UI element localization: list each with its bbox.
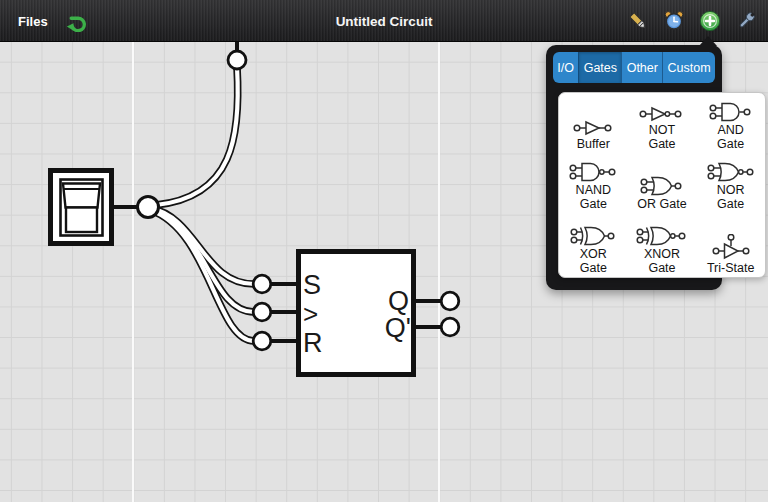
wire-node[interactable] (228, 51, 246, 69)
palette-item-label: NOT Gate (635, 124, 689, 151)
palette-item-label: NAND Gate (566, 184, 620, 211)
add-plus-icon (699, 10, 721, 32)
pen-icon (627, 10, 649, 32)
palette-tab-bar: I/O Gates Other Custom (553, 52, 715, 83)
files-button[interactable]: Files (0, 0, 60, 42)
palette-item-nor-gate[interactable]: NOR Gate (696, 154, 765, 214)
palette-item-label: AND Gate (704, 124, 758, 151)
palette-item-label: XNOR Gate (635, 248, 689, 275)
tab-custom[interactable]: Custom (662, 52, 715, 83)
wire-bundle[interactable] (150, 67, 254, 341)
flipflop-label-r: R (303, 328, 323, 358)
tri-state-icon (712, 234, 750, 260)
wire-node[interactable] (253, 332, 271, 350)
palette-item-label: Tri-State (704, 262, 758, 276)
buffer-gate-icon (573, 120, 613, 136)
palette-item-or-gate[interactable]: OR Gate (628, 154, 697, 214)
wire-core (150, 209, 254, 312)
timer-button[interactable] (658, 0, 690, 42)
popover-arrow (699, 36, 717, 46)
palette-item-xnor-gate[interactable]: XNOR Gate (628, 214, 697, 278)
circuit-canvas[interactable]: S > R Q Q' I/O Gates O (0, 42, 768, 502)
xor-gate-icon (570, 226, 617, 246)
wire (156, 67, 238, 205)
wire-node[interactable] (441, 292, 459, 310)
not-gate-icon (639, 106, 685, 122)
toolbar: Files Untitled Circuit (0, 0, 768, 42)
draw-button[interactable] (622, 0, 654, 42)
xnor-gate-icon (636, 226, 687, 246)
alarm-clock-icon (663, 10, 685, 32)
sr-flipflop-component[interactable]: S > R Q Q' (299, 252, 414, 375)
wire-node[interactable] (138, 197, 159, 218)
tab-gates[interactable]: Gates (578, 52, 621, 83)
wire-node[interactable] (441, 318, 459, 336)
flipflop-label-clock: > (303, 299, 318, 329)
tab-other[interactable]: Other (621, 52, 662, 83)
wire-node[interactable] (253, 275, 271, 293)
tab-io[interactable]: I/O (553, 52, 578, 83)
settings-button[interactable] (730, 0, 762, 42)
gates-palette-panel: Buffer NOT Gate (558, 92, 766, 278)
palette-item-label: Buffer (566, 138, 620, 152)
palette-item-not-gate[interactable]: NOT Gate (628, 94, 697, 154)
flipflop-label-q: Q (388, 286, 409, 316)
palette-item-label: NOR Gate (704, 184, 758, 211)
app-screen: Files Untitled Circuit (0, 0, 768, 502)
palette-item-and-gate[interactable]: AND Gate (696, 94, 765, 154)
undo-button[interactable] (60, 0, 92, 42)
flipflop-label-q-prime: Q' (385, 313, 411, 343)
palette-item-xor-gate[interactable]: XOR Gate (559, 214, 628, 278)
flipflop-label-s: S (303, 270, 321, 300)
and-gate-icon (709, 102, 753, 122)
nor-gate-icon (707, 162, 755, 182)
palette-item-label: XOR Gate (566, 248, 620, 275)
or-gate-icon (640, 176, 684, 196)
nand-gate-icon (569, 162, 617, 182)
wire (150, 210, 254, 341)
wire-core (150, 210, 254, 341)
wire-node[interactable] (253, 303, 271, 321)
wrench-icon (735, 10, 757, 32)
palette-item-nand-gate[interactable]: NAND Gate (559, 154, 628, 214)
palette-item-tri-state[interactable]: Tri-State (696, 214, 765, 278)
palette-item-buffer[interactable]: Buffer (559, 94, 628, 154)
palette-item-label: OR Gate (635, 198, 689, 212)
wire-core (156, 67, 238, 205)
toggle-switch-component[interactable] (51, 171, 112, 244)
undo-icon (65, 10, 87, 32)
